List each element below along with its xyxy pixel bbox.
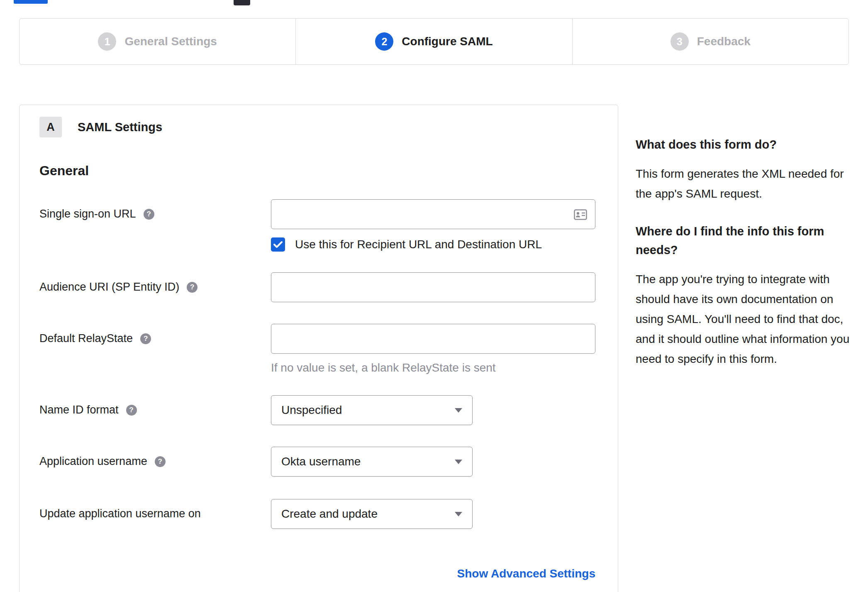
application-username-label-wrap: Application username ? [39, 447, 271, 468]
application-username-label: Application username [39, 455, 147, 468]
sso-url-input-wrap [271, 199, 595, 229]
step-feedback[interactable]: 3 Feedback [572, 19, 848, 64]
help-sidebar: What does this form do? This form genera… [636, 135, 850, 387]
name-id-format-control: Unspecified [271, 395, 598, 425]
help-icon[interactable]: ? [155, 456, 166, 467]
help-icon[interactable]: ? [140, 333, 151, 344]
audience-uri-input[interactable] [271, 272, 595, 302]
checkmark-icon [273, 241, 283, 248]
step-2-number: 2 [375, 32, 393, 51]
application-username-control: Okta username [271, 447, 598, 477]
chevron-down-icon [455, 512, 462, 516]
step-3-number: 3 [671, 32, 689, 51]
help-text-2: The app you're trying to integrate with … [636, 269, 850, 369]
relay-state-hint: If no value is set, a blank RelayState i… [271, 361, 598, 374]
relay-state-control: If no value is set, a blank RelayState i… [271, 324, 598, 374]
recipient-url-checkbox-label: Use this for Recipient URL and Destinati… [295, 238, 542, 251]
help-heading-1: What does this form do? [636, 135, 850, 154]
step-2-label: Configure SAML [402, 35, 493, 48]
name-id-format-select[interactable]: Unspecified [271, 395, 473, 425]
update-username-label: Update application username on [39, 507, 201, 520]
chevron-down-icon [455, 408, 462, 413]
form-row-update-username: Update application username on Create an… [39, 499, 598, 529]
audience-uri-label-wrap: Audience URI (SP Entity ID) ? [39, 272, 271, 294]
step-1-label: General Settings [124, 35, 217, 48]
relay-state-label: Default RelayState [39, 332, 133, 345]
help-text-1: This form generates the XML needed for t… [636, 164, 850, 204]
show-advanced-settings-link[interactable]: Show Advanced Settings [457, 567, 595, 580]
help-icon[interactable]: ? [187, 282, 197, 293]
update-username-control: Create and update [271, 499, 598, 529]
advanced-settings-row: Show Advanced Settings [271, 567, 595, 580]
cropped-app-icon-fragment [234, 0, 250, 5]
form-row-audience-uri: Audience URI (SP Entity ID) ? [39, 272, 598, 302]
form-row-sso-url: Single sign-on URL ? [39, 199, 598, 252]
application-username-value: Okta username [281, 455, 361, 468]
application-username-select[interactable]: Okta username [271, 447, 473, 477]
section-header: A SAML Settings [39, 117, 598, 137]
cropped-logo-fragment [14, 0, 48, 4]
recipient-url-checkbox[interactable] [271, 237, 285, 252]
name-id-format-label-wrap: Name ID format ? [39, 395, 271, 416]
recipient-url-checkbox-row: Use this for Recipient URL and Destinati… [271, 237, 598, 252]
help-heading-2: Where do I find the info this form needs… [636, 222, 850, 259]
form-row-application-username: Application username ? Okta username [39, 447, 598, 477]
step-general-settings[interactable]: 1 General Settings [20, 19, 295, 64]
sso-url-input[interactable] [271, 199, 595, 229]
relay-state-label-wrap: Default RelayState ? [39, 324, 271, 345]
help-icon[interactable]: ? [126, 405, 137, 416]
form-row-relay-state: Default RelayState ? If no value is set,… [39, 324, 598, 374]
wizard-stepper: 1 General Settings 2 Configure SAML 3 Fe… [19, 18, 849, 65]
sso-url-label-wrap: Single sign-on URL ? [39, 199, 271, 220]
update-username-value: Create and update [281, 507, 378, 521]
update-username-label-wrap: Update application username on [39, 499, 271, 520]
update-username-select[interactable]: Create and update [271, 499, 473, 529]
section-badge: A [39, 117, 62, 137]
group-title: General [39, 163, 598, 179]
step-configure-saml[interactable]: 2 Configure SAML [295, 19, 572, 64]
section-title: SAML Settings [78, 120, 162, 134]
saml-settings-panel: A SAML Settings General Single sign-on U… [19, 105, 618, 592]
audience-uri-control [271, 272, 598, 302]
name-id-format-label: Name ID format [39, 404, 119, 416]
name-id-format-value: Unspecified [281, 404, 342, 417]
audience-uri-label: Audience URI (SP Entity ID) [39, 281, 179, 294]
contact-card-icon[interactable] [574, 209, 587, 220]
sso-url-label: Single sign-on URL [39, 208, 136, 220]
chevron-down-icon [455, 460, 462, 464]
relay-state-input[interactable] [271, 324, 595, 354]
sso-url-control: Use this for Recipient URL and Destinati… [271, 199, 598, 252]
step-1-number: 1 [98, 32, 116, 51]
step-3-label: Feedback [697, 35, 751, 48]
help-icon[interactable]: ? [144, 209, 154, 220]
form-row-name-id-format: Name ID format ? Unspecified [39, 395, 598, 425]
